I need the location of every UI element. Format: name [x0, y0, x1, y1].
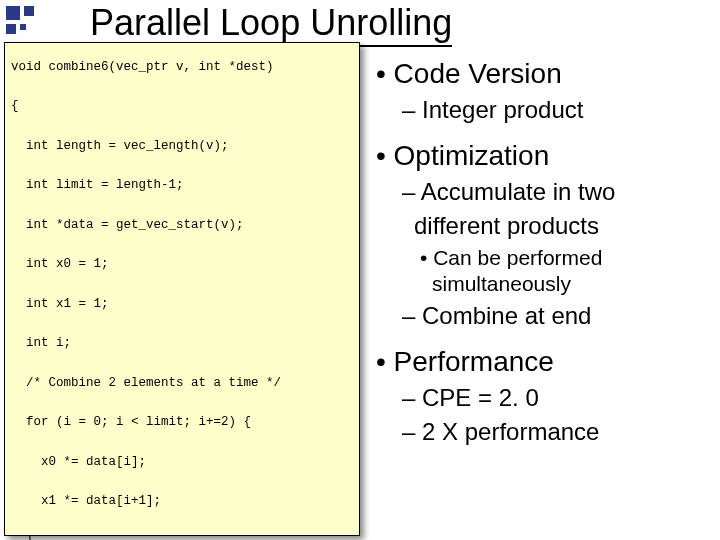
bullet-text: Performance: [394, 346, 554, 377]
code-line: int x1 = 1;: [11, 298, 353, 312]
code-line: int *data = get_vec_start(v);: [11, 219, 353, 233]
code-line: int length = vec_length(v);: [11, 140, 353, 154]
code-line: int i;: [11, 337, 353, 351]
bullet-text: Code Version: [394, 58, 562, 89]
bullet-text: Integer product: [422, 96, 583, 123]
code-line: {: [11, 100, 353, 114]
bullet-level2: – Combine at end: [402, 302, 716, 330]
code-line: int limit = length-1;: [11, 179, 353, 193]
bullet-list: • Code Version – Integer product • Optim…: [372, 58, 716, 452]
bullet-level2: – 2 X performance: [402, 418, 716, 446]
bullet-text: CPE = 2. 0: [422, 384, 539, 411]
code-line: int x0 = 1;: [11, 258, 353, 272]
bullet-text: Can be performed: [433, 246, 602, 269]
bullet-level2-cont: different products: [414, 212, 716, 240]
bullet-text: Accumulate in two: [421, 178, 616, 205]
bullet-level1: • Performance: [372, 346, 716, 378]
bullet-level3-cont: simultaneously: [432, 272, 716, 296]
code-line: for (i = 0; i < limit; i+=2) {: [11, 416, 353, 430]
bullet-text: Optimization: [394, 140, 550, 171]
slide-title: Parallel Loop Unrolling: [90, 2, 452, 47]
bullet-level2: – Accumulate in two: [402, 178, 716, 206]
code-line: x0 *= data[i];: [11, 456, 353, 470]
bullet-text: Combine at end: [422, 302, 591, 329]
bullet-level1: • Optimization: [372, 140, 716, 172]
bullet-level2: – CPE = 2. 0: [402, 384, 716, 412]
bullet-text: 2 X performance: [422, 418, 599, 445]
code-line: x1 *= data[i+1];: [11, 495, 353, 509]
bullet-level3: • Can be performed: [420, 246, 716, 270]
bullet-text: simultaneously: [432, 272, 571, 295]
bullet-level2: – Integer product: [402, 96, 716, 124]
code-line: void combine6(vec_ptr v, int *dest): [11, 61, 353, 75]
code-block: void combine6(vec_ptr v, int *dest) { in…: [4, 42, 360, 536]
bullet-level1: • Code Version: [372, 58, 716, 90]
code-line: }: [11, 535, 353, 540]
slide-logo: [6, 6, 42, 42]
code-line: /* Combine 2 elements at a time */: [11, 377, 353, 391]
bullet-text: different products: [414, 212, 599, 239]
